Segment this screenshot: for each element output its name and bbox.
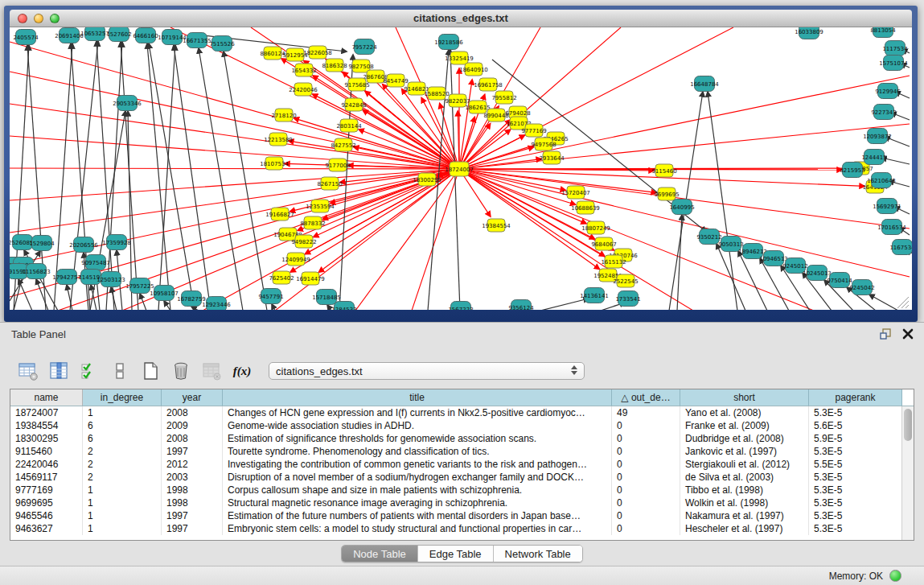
table-row[interactable]: 977716911998Corpus callosum shape and si… [10, 484, 914, 496]
graph-node[interactable]: 9750414 [827, 273, 852, 288]
graph-node[interactable]: 29053346 [113, 96, 142, 111]
graph-node[interactable]: 16648784 [690, 76, 719, 92]
graph-node[interactable]: 2803144 [336, 119, 362, 132]
column-header-pagerank[interactable]: pagerank [809, 389, 902, 406]
scrollbar-thumb[interactable] [904, 409, 912, 441]
graph-node[interactable]: 12923446 [202, 297, 231, 311]
table-row[interactable]: 946554611997Estimation of the future num… [10, 509, 914, 522]
graph-node[interactable]: 16914479 [296, 272, 325, 285]
column-header-name[interactable]: name [10, 389, 83, 406]
table-row[interactable]: 1456911722003Disruption of a novel membe… [10, 471, 914, 484]
graph-node[interactable]: 7955812 [491, 91, 516, 104]
graph-node[interactable]: 10688639 [571, 201, 600, 214]
table-row[interactable]: 1872400712008Changes of HCN gene express… [10, 406, 914, 419]
delete-table-icon[interactable] [201, 360, 222, 381]
graph-node[interactable]: 8186328 [322, 59, 347, 72]
graph-node[interactable]: 7515526 [209, 36, 235, 51]
graph-node[interactable]: 17016534 [877, 220, 906, 235]
tab-node-table[interactable]: Node Table [342, 546, 418, 562]
graph-node[interactable]: 12409949 [281, 253, 310, 266]
graph-node[interactable]: 9242848 [341, 98, 366, 111]
table-row[interactable]: 1938455462009Genome-wide association stu… [10, 419, 914, 432]
graph-node[interactable]: 9356124 [508, 300, 534, 311]
row-checks-icon[interactable] [79, 360, 100, 381]
table-vertical-scrollbar[interactable] [901, 406, 914, 540]
tab-network-table[interactable]: Network Table [494, 546, 582, 562]
column-header-short[interactable]: short [680, 389, 809, 406]
graph-node[interactable]: 9227343 [871, 105, 896, 120]
new-document-icon[interactable] [140, 360, 161, 381]
graph-node[interactable]: 1615132 [601, 255, 626, 268]
graph-node[interactable]: 8215953 [840, 163, 864, 178]
graph-node[interactable]: 19384554 [482, 219, 511, 232]
graph-node[interactable]: 7957224 [351, 39, 377, 55]
graph-node[interactable]: 22420046 [289, 83, 318, 96]
table-row[interactable]: 946362711997Embryonic stem cells: a mode… [10, 522, 914, 535]
graph-node[interactable]: 15751074 [879, 56, 908, 71]
trash-icon[interactable] [170, 360, 191, 381]
graph-node[interactable]: 2718120 [271, 109, 296, 122]
rows-icon[interactable] [109, 360, 130, 381]
graph-node[interactable]: 9177008 [325, 159, 350, 171]
graph-node[interactable]: 9498222 [291, 235, 316, 248]
tab-edge-table[interactable]: Edge Table [418, 546, 494, 562]
graph-node[interactable]: 1654332 [291, 64, 316, 76]
table-settings-icon[interactable] [18, 360, 39, 381]
graph-node[interactable]: 20691406 [55, 28, 84, 43]
graph-node[interactable]: 16961758 [474, 78, 503, 91]
graph-node[interactable]: 9129946 [875, 84, 901, 99]
column-header-in_degree[interactable]: in_degree [83, 389, 162, 406]
graph-node[interactable]: 1640995 [669, 200, 694, 215]
graph-node[interactable]: 9115460 [651, 164, 676, 177]
graph-node[interactable]: 12093872 [863, 129, 892, 144]
graph-node[interactable]: 1733541 [615, 291, 640, 307]
graph-node[interactable]: 1529804 [29, 236, 55, 251]
graph-node[interactable]: 8878332 [300, 216, 325, 229]
graph-node[interactable]: 1167534 [889, 240, 912, 255]
graph-node[interactable]: 14136141 [580, 288, 609, 303]
graph-node[interactable]: 1244415 [861, 150, 886, 165]
column-header-out_de[interactable]: △ out_de… [612, 389, 680, 406]
graph-node[interactable]: 8427552 [331, 138, 355, 151]
graph-node[interactable]: 9699695 [654, 187, 679, 200]
graph-node[interactable]: 12213589 [264, 133, 293, 146]
float-panel-icon[interactable] [879, 328, 892, 340]
graph-node[interactable]: 8267150 [317, 177, 342, 190]
window-titlebar[interactable]: citations_edges.txt [10, 10, 912, 27]
graph-node[interactable]: 7625402 [269, 271, 294, 284]
graph-node[interactable]: 2522545 [613, 274, 638, 287]
graph-node[interactable]: 9684067 [591, 237, 616, 250]
table-row[interactable]: 2242004622012Investigating the contribut… [10, 458, 914, 471]
graph-node[interactable]: 18107534 [260, 157, 289, 170]
graph-node[interactable]: 90975487 [81, 255, 110, 270]
graph-node[interactable]: 17359928 [102, 235, 131, 250]
graph-node[interactable]: 9245042 [849, 280, 874, 295]
graph-node[interactable]: 2405574 [13, 30, 39, 45]
close-panel-icon[interactable] [901, 328, 914, 340]
select-columns-icon[interactable] [48, 360, 69, 381]
table-selector-dropdown[interactable]: citations_edges.txt [269, 362, 585, 380]
graph-node[interactable]: 20206556 [69, 237, 98, 253]
graph-node[interactable]: 2933644 [539, 151, 565, 164]
graph-node[interactable]: 15692971 [873, 199, 901, 214]
graph-node[interactable]: 19218586 [434, 35, 463, 50]
graph-node[interactable]: 10653257 [80, 27, 109, 41]
table-row[interactable]: 911546021997Tourette syndrome. Phenomeno… [10, 445, 914, 458]
network-canvas[interactable]: 8860124591295418226058165433281863289827… [10, 27, 912, 310]
graph-node[interactable]: 9457791 [258, 289, 283, 304]
citation-network-graph[interactable]: 8860124591295418226058165433281863289827… [10, 27, 912, 310]
graph-node[interactable]: 1567223 [448, 302, 473, 311]
graph-node[interactable]: 1527602 [106, 27, 131, 42]
graph-node[interactable]: 9497568 [531, 138, 556, 150]
column-header-title[interactable]: title [223, 389, 612, 406]
graph-node[interactable]: 15720407 [561, 186, 590, 199]
table-row[interactable]: 1830029562008Estimation of significance … [10, 432, 914, 445]
graph-node[interactable]: 8813054 [870, 27, 896, 38]
graph-node[interactable]: 1284533 [331, 302, 356, 311]
graph-node[interactable]: 6466160 [133, 28, 158, 43]
function-icon[interactable]: f(x) [232, 360, 253, 381]
graph-node[interactable]: 16033809 [795, 27, 823, 39]
graph-node[interactable]: 1117534 [882, 41, 908, 56]
table-row[interactable]: 969969511998Structural magnetic resonanc… [10, 496, 914, 509]
graph-node[interactable]: 9175685 [344, 78, 369, 91]
